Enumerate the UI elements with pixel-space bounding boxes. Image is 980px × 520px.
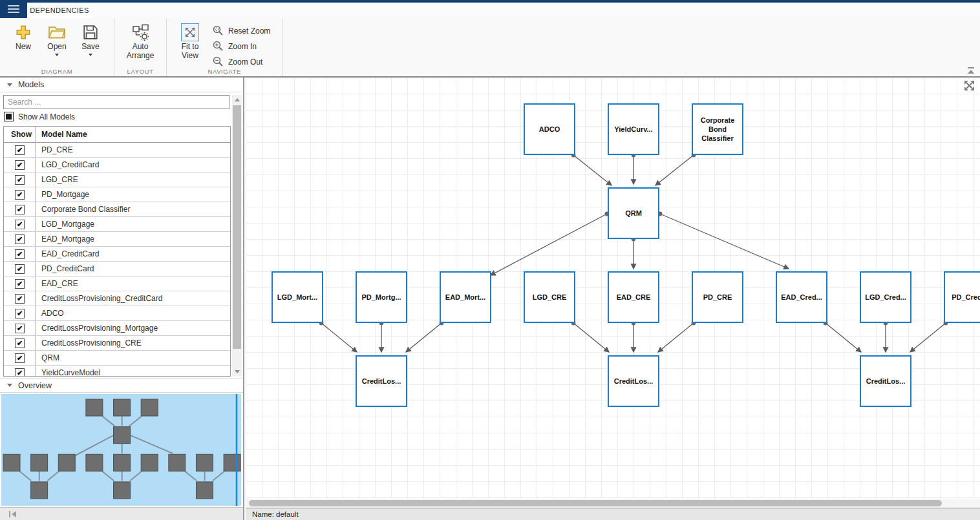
table-row[interactable]: ✔PD_CreditCard (4, 262, 230, 276)
zoom-in-button[interactable]: Zoom In (207, 39, 275, 54)
table-row[interactable]: ✔EAD_CreditCard (4, 247, 230, 262)
overview-section-header[interactable]: Overview (0, 378, 243, 393)
model-name: CreditLossProvisioning_CreditCard (36, 294, 162, 303)
toolbar-group-layout: Auto Arrange LAYOUT (114, 18, 167, 76)
zoom-out-label: Zoom Out (228, 57, 262, 67)
model-visibility-checkbox[interactable]: ✔ (15, 249, 25, 259)
new-button[interactable]: New (8, 18, 38, 52)
open-dropdown-caret-icon[interactable] (55, 54, 59, 56)
model-name: ADCO (36, 309, 64, 318)
model-name: QRM (36, 353, 59, 362)
group-label-layout: LAYOUT (114, 68, 166, 75)
node-label: YieldCurv... (614, 125, 652, 134)
auto-arrange-button[interactable]: Auto Arrange (123, 18, 158, 61)
collapse-ribbon-button[interactable] (967, 67, 975, 74)
model-visibility-checkbox[interactable]: ✔ (15, 220, 25, 229)
diagram-node-lgd-mortgage[interactable]: LGD_Mort... (272, 271, 323, 323)
model-visibility-checkbox[interactable]: ✔ (15, 160, 25, 170)
models-table-header: Show Model Name (4, 127, 230, 143)
diagram-node-qrm[interactable]: QRM (608, 187, 659, 239)
diagram-node-creditlossprovisioning-cre[interactable]: CreditLos... (608, 355, 659, 407)
diagram-node-pd-cre[interactable]: PD_CRE (692, 271, 743, 323)
reset-zoom-button[interactable]: Reset Zoom (207, 23, 275, 39)
diagram-node-pd-creditcard[interactable]: PD_Cred... (944, 271, 980, 323)
table-row[interactable]: ✔PD_CRE (4, 143, 230, 158)
table-row[interactable]: ✔CreditLossProvisioning_Mortgage (4, 321, 230, 336)
model-visibility-checkbox[interactable]: ✔ (15, 294, 25, 304)
table-row[interactable]: ✔YieldCurveModel (4, 366, 230, 377)
save-button[interactable]: Save (76, 18, 105, 56)
save-label: Save (81, 43, 99, 52)
model-name: PD_Mortgage (36, 190, 89, 199)
model-visibility-checkbox[interactable]: ✔ (15, 338, 25, 348)
search-input[interactable] (3, 95, 229, 109)
diagram-node-creditlossprovisioning-mortgage[interactable]: CreditLos... (356, 355, 407, 407)
diagram-node-lgd-creditcard[interactable]: LGD_Cred... (860, 271, 911, 323)
scrollbar-thumb[interactable] (233, 105, 241, 349)
open-button[interactable]: Open (42, 18, 72, 56)
tab-bar: DEPENDENCIES (0, 0, 980, 18)
table-row[interactable]: ✔ADCO (4, 306, 230, 321)
table-row[interactable]: ✔LGD_CRE (4, 172, 230, 187)
models-section-header[interactable]: Models (0, 78, 243, 92)
model-visibility-checkbox[interactable]: ✔ (15, 145, 25, 155)
model-visibility-checkbox[interactable]: ✔ (15, 309, 25, 318)
model-visibility-checkbox[interactable]: ✔ (15, 205, 25, 214)
diagram-node-corporate-bond-classifier[interactable]: Corporate Bond Classifier (692, 103, 743, 155)
overview-section-title: Overview (18, 381, 52, 390)
scroll-down-arrow-icon[interactable] (235, 370, 240, 373)
models-table-rows: ✔PD_CRE✔LGD_CreditCard✔LGD_CRE✔PD_Mortga… (4, 143, 230, 377)
model-name: YieldCurveModel (36, 368, 100, 377)
diagram-node-ead-creditcard[interactable]: EAD_Cred... (776, 271, 827, 323)
model-visibility-checkbox[interactable]: ✔ (15, 368, 25, 377)
model-name: EAD_CreditCard (36, 249, 99, 258)
model-visibility-checkbox[interactable]: ✔ (15, 324, 25, 333)
menu-button[interactable] (0, 0, 27, 18)
scrollbar-thumb[interactable] (249, 500, 942, 506)
app-window: DEPENDENCIES New Open Save (0, 0, 980, 520)
model-visibility-checkbox[interactable]: ✔ (15, 190, 25, 200)
model-visibility-checkbox[interactable]: ✔ (15, 279, 25, 289)
zoom-button-column: Reset Zoom Zoom In Zoom Out (207, 18, 275, 70)
table-row[interactable]: ✔QRM (4, 351, 230, 366)
node-label: LGD_Cred... (865, 293, 906, 302)
canvas-horizontal-scrollbar[interactable] (246, 499, 980, 508)
fit-to-view-label: Fit to View (175, 43, 205, 61)
model-visibility-checkbox[interactable]: ✔ (15, 234, 25, 244)
diagram-node-yieldcurvemodel[interactable]: YieldCurv... (608, 103, 659, 155)
table-row[interactable]: ✔CreditLossProvisioning_CreditCard (4, 291, 230, 306)
toolbar: New Open Save DIAGRAM (0, 18, 980, 78)
table-row[interactable]: ✔CreditLossProvisioning_CRE (4, 336, 230, 351)
overview-minimap[interactable] (1, 394, 241, 506)
folder-icon (48, 22, 66, 43)
table-row[interactable]: ✔PD_Mortgage (4, 187, 230, 202)
model-visibility-checkbox[interactable]: ✔ (15, 175, 25, 185)
sidebar-status-strip (0, 507, 243, 520)
fit-canvas-button[interactable] (964, 80, 975, 94)
column-header-show: Show (4, 127, 36, 142)
diagram-name-text: Name: default (252, 510, 299, 518)
model-visibility-checkbox[interactable]: ✔ (15, 353, 25, 363)
table-row[interactable]: ✔EAD_Mortgage (4, 232, 230, 247)
node-label: ADCO (539, 125, 560, 134)
diagram-node-adco[interactable]: ADCO (524, 103, 575, 155)
model-visibility-checkbox[interactable]: ✔ (15, 264, 25, 274)
fit-to-view-button[interactable]: Fit to View (175, 18, 205, 61)
skip-to-start-icon[interactable] (8, 510, 17, 518)
diagram-node-lgd-cre[interactable]: LGD_CRE (524, 271, 575, 323)
tab-dependencies[interactable]: DEPENDENCIES (27, 3, 92, 18)
table-row[interactable]: ✔EAD_CRE (4, 276, 230, 291)
show-all-models-checkbox[interactable]: Show All Models (4, 112, 75, 121)
table-row[interactable]: ✔LGD_Mortgage (4, 217, 230, 232)
diagram-node-ead-mortgage[interactable]: EAD_Mort... (440, 271, 491, 323)
diagram-node-ead-cre[interactable]: EAD_CRE (608, 271, 659, 323)
models-vertical-scrollbar[interactable] (232, 95, 242, 377)
column-header-model-name: Model Name (36, 130, 87, 139)
scroll-up-arrow-icon[interactable] (235, 98, 240, 101)
diagram-canvas[interactable]: ADCOYieldCurv...Corporate Bond Classifie… (246, 78, 980, 520)
diagram-node-pd-mortgage[interactable]: PD_Mortg... (356, 271, 407, 323)
save-dropdown-caret-icon[interactable] (89, 54, 92, 56)
table-row[interactable]: ✔LGD_CreditCard (4, 158, 230, 172)
diagram-node-creditlossprovisioning-creditcard[interactable]: CreditLos... (860, 355, 911, 407)
table-row[interactable]: ✔Corporate Bond Classifier (4, 202, 230, 217)
